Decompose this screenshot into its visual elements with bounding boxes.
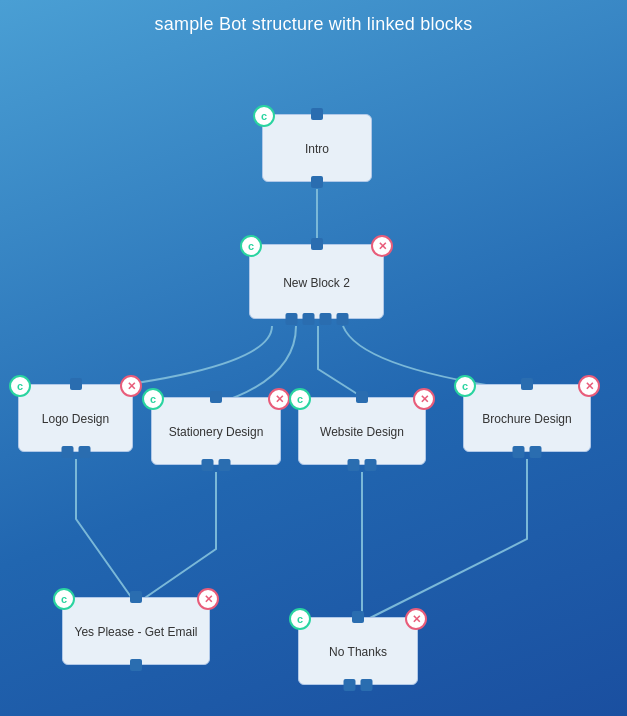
nb2-label: New Block 2 [283, 276, 350, 290]
port-stat-2 [219, 459, 231, 471]
port-broch-1 [513, 446, 525, 458]
yesplease-block[interactable]: c ✕ Yes Please - Get Email [62, 597, 210, 665]
intro-block[interactable]: c Intro [262, 114, 372, 182]
port-top-broch [521, 378, 533, 390]
nothanks-label: No Thanks [329, 645, 387, 659]
stationery-block[interactable]: c ✕ Stationery Design [151, 397, 281, 465]
port-bottom-intro [311, 176, 323, 188]
port-logo-1 [61, 446, 73, 458]
ports-bottom-web [348, 459, 377, 471]
ports-bottom-logo [61, 446, 90, 458]
port-nb2-4 [336, 313, 348, 325]
intro-label: Intro [305, 142, 329, 156]
newblock2-block[interactable]: c ✕ New Block 2 [249, 244, 384, 319]
close-icon-nb2: ✕ [371, 235, 393, 257]
website-block[interactable]: c ✕ Website Design [298, 397, 426, 465]
diagram-canvas: c Intro c ✕ New Block 2 c ✕ Logo Design … [0, 39, 627, 716]
copy-icon-nb2: c [240, 235, 262, 257]
copy-icon-broch: c [454, 375, 476, 397]
port-web-2 [365, 459, 377, 471]
port-no-2 [361, 679, 373, 691]
yesplease-label: Yes Please - Get Email [75, 625, 198, 639]
port-nb2-1 [285, 313, 297, 325]
ports-bottom-no [344, 679, 373, 691]
brochure-label: Brochure Design [482, 412, 571, 426]
copy-icon-logo: c [9, 375, 31, 397]
port-nb2-3 [319, 313, 331, 325]
logo-block[interactable]: c ✕ Logo Design [18, 384, 133, 452]
brochure-block[interactable]: c ✕ Brochure Design [463, 384, 591, 452]
copy-icon-intro: c [253, 105, 275, 127]
port-top-nb2 [311, 238, 323, 250]
nothanks-block[interactable]: c ✕ No Thanks [298, 617, 418, 685]
copy-icon-yes: c [53, 588, 75, 610]
copy-icon-no: c [289, 608, 311, 630]
ports-bottom-stat [202, 459, 231, 471]
port-logo-2 [78, 446, 90, 458]
port-web-1 [348, 459, 360, 471]
stationery-label: Stationery Design [169, 425, 264, 439]
close-icon-yes: ✕ [197, 588, 219, 610]
close-icon-broch: ✕ [578, 375, 600, 397]
website-label: Website Design [320, 425, 404, 439]
copy-icon-stat: c [142, 388, 164, 410]
port-nb2-2 [302, 313, 314, 325]
close-icon-logo: ✕ [120, 375, 142, 397]
port-top-logo [70, 378, 82, 390]
page-title: sample Bot structure with linked blocks [0, 0, 627, 39]
ports-bottom-nb2 [285, 313, 348, 325]
close-icon-stat: ✕ [268, 388, 290, 410]
close-icon-web: ✕ [413, 388, 435, 410]
port-top-web [356, 391, 368, 403]
copy-icon-web: c [289, 388, 311, 410]
port-broch-2 [530, 446, 542, 458]
port-top-stat [210, 391, 222, 403]
port-top-yes [130, 591, 142, 603]
close-icon-no: ✕ [405, 608, 427, 630]
port-bottom-yes [130, 659, 142, 671]
port-top-no [352, 611, 364, 623]
port-stat-1 [202, 459, 214, 471]
logo-label: Logo Design [42, 412, 109, 426]
port-top-intro [311, 108, 323, 120]
ports-bottom-broch [513, 446, 542, 458]
port-no-1 [344, 679, 356, 691]
